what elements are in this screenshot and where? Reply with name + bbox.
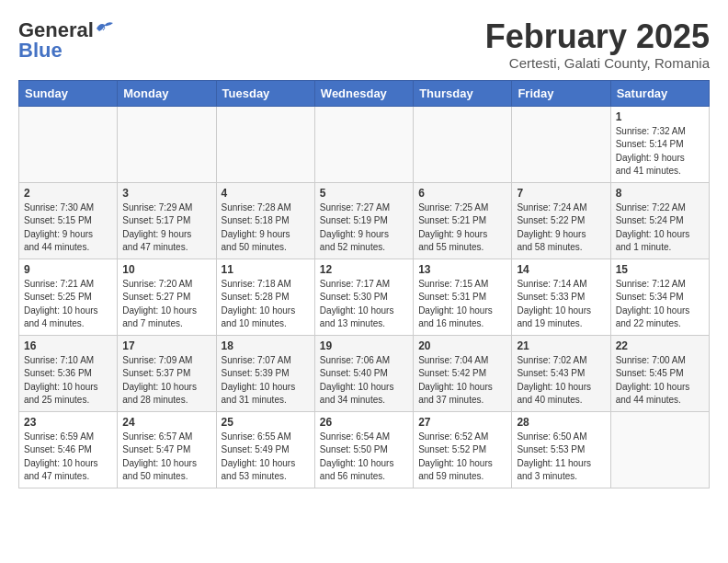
calendar-cell: 4Sunrise: 7:28 AMSunset: 5:18 PMDaylight… — [216, 182, 314, 259]
calendar-cell: 11Sunrise: 7:18 AMSunset: 5:28 PMDayligh… — [216, 259, 314, 335]
calendar-weekday-monday: Monday — [118, 80, 216, 106]
day-number: 16 — [24, 339, 112, 352]
day-number: 23 — [24, 416, 112, 429]
day-info: Sunrise: 6:59 AMSunset: 5:46 PMDaylight:… — [24, 431, 112, 484]
day-number: 24 — [122, 416, 210, 429]
calendar-cell: 17Sunrise: 7:09 AMSunset: 5:37 PMDayligh… — [118, 335, 216, 411]
calendar-week-row: 16Sunrise: 7:10 AMSunset: 5:36 PMDayligh… — [19, 335, 710, 411]
day-info: Sunrise: 6:54 AMSunset: 5:50 PMDaylight:… — [320, 431, 408, 484]
calendar-cell: 27Sunrise: 6:52 AMSunset: 5:52 PMDayligh… — [414, 411, 512, 488]
day-number: 27 — [418, 416, 506, 429]
day-info: Sunrise: 7:27 AMSunset: 5:19 PMDaylight:… — [320, 201, 408, 255]
day-number: 25 — [222, 416, 310, 429]
day-number: 12 — [320, 263, 408, 276]
calendar-cell: 1Sunrise: 7:32 AMSunset: 5:14 PMDaylight… — [610, 106, 709, 182]
day-number: 9 — [24, 263, 112, 276]
day-number: 20 — [418, 339, 506, 352]
day-info: Sunrise: 7:07 AMSunset: 5:39 PMDaylight:… — [222, 354, 310, 408]
calendar-cell: 19Sunrise: 7:06 AMSunset: 5:40 PMDayligh… — [314, 335, 413, 411]
calendar-week-row: 1Sunrise: 7:32 AMSunset: 5:14 PMDaylight… — [19, 106, 710, 182]
calendar-cell: 13Sunrise: 7:15 AMSunset: 5:31 PMDayligh… — [414, 259, 512, 335]
day-number: 21 — [517, 339, 605, 352]
day-info: Sunrise: 7:20 AMSunset: 5:27 PMDaylight:… — [122, 278, 210, 331]
main-title: February 2025 — [485, 18, 710, 55]
day-number: 26 — [320, 416, 408, 429]
calendar-cell: 5Sunrise: 7:27 AMSunset: 5:19 PMDaylight… — [314, 182, 413, 259]
calendar-cell — [414, 106, 512, 182]
day-number: 18 — [222, 339, 310, 352]
calendar-weekday-saturday: Saturday — [610, 80, 709, 106]
day-info: Sunrise: 6:52 AMSunset: 5:52 PMDaylight:… — [418, 431, 506, 484]
day-info: Sunrise: 7:04 AMSunset: 5:42 PMDaylight:… — [418, 354, 506, 408]
calendar-weekday-friday: Friday — [512, 80, 610, 106]
calendar-cell: 15Sunrise: 7:12 AMSunset: 5:34 PMDayligh… — [610, 259, 709, 335]
day-info: Sunrise: 7:29 AMSunset: 5:17 PMDaylight:… — [122, 201, 210, 255]
logo-blue: Blue — [18, 39, 63, 63]
calendar-cell: 7Sunrise: 7:24 AMSunset: 5:22 PMDaylight… — [512, 182, 610, 259]
day-number: 19 — [320, 339, 408, 352]
day-number: 15 — [616, 263, 704, 276]
logo: General Blue — [18, 18, 115, 63]
calendar-cell: 10Sunrise: 7:20 AMSunset: 5:27 PMDayligh… — [118, 259, 216, 335]
day-info: Sunrise: 6:55 AMSunset: 5:49 PMDaylight:… — [222, 431, 310, 484]
calendar-cell: 12Sunrise: 7:17 AMSunset: 5:30 PMDayligh… — [314, 259, 413, 335]
day-info: Sunrise: 7:21 AMSunset: 5:25 PMDaylight:… — [24, 278, 112, 331]
calendar-cell: 6Sunrise: 7:25 AMSunset: 5:21 PMDaylight… — [414, 182, 512, 259]
calendar-cell: 14Sunrise: 7:14 AMSunset: 5:33 PMDayligh… — [512, 259, 610, 335]
calendar-cell: 26Sunrise: 6:54 AMSunset: 5:50 PMDayligh… — [314, 411, 413, 488]
calendar-cell: 25Sunrise: 6:55 AMSunset: 5:49 PMDayligh… — [216, 411, 314, 488]
day-info: Sunrise: 7:14 AMSunset: 5:33 PMDaylight:… — [517, 278, 605, 331]
calendar-cell: 23Sunrise: 6:59 AMSunset: 5:46 PMDayligh… — [19, 411, 118, 488]
day-info: Sunrise: 7:28 AMSunset: 5:18 PMDaylight:… — [222, 201, 310, 255]
day-info: Sunrise: 7:24 AMSunset: 5:22 PMDaylight:… — [517, 201, 605, 255]
day-info: Sunrise: 7:32 AMSunset: 5:14 PMDaylight:… — [616, 125, 704, 178]
title-block: February 2025 Certesti, Galati County, R… — [485, 18, 710, 71]
calendar-weekday-thursday: Thursday — [414, 80, 512, 106]
calendar-week-row: 9Sunrise: 7:21 AMSunset: 5:25 PMDaylight… — [19, 259, 710, 335]
day-info: Sunrise: 7:12 AMSunset: 5:34 PMDaylight:… — [616, 278, 704, 331]
calendar-table: SundayMondayTuesdayWednesdayThursdayFrid… — [18, 80, 710, 488]
calendar-cell: 24Sunrise: 6:57 AMSunset: 5:47 PMDayligh… — [118, 411, 216, 488]
day-number: 22 — [616, 339, 704, 352]
calendar-header-row: SundayMondayTuesdayWednesdayThursdayFrid… — [19, 80, 710, 106]
calendar-cell: 18Sunrise: 7:07 AMSunset: 5:39 PMDayligh… — [216, 335, 314, 411]
calendar-week-row: 23Sunrise: 6:59 AMSunset: 5:46 PMDayligh… — [19, 411, 710, 488]
day-number: 2 — [24, 187, 112, 200]
calendar-weekday-sunday: Sunday — [19, 80, 118, 106]
calendar-weekday-wednesday: Wednesday — [314, 80, 413, 106]
day-info: Sunrise: 7:02 AMSunset: 5:43 PMDaylight:… — [517, 354, 605, 408]
day-number: 6 — [418, 187, 506, 200]
day-number: 13 — [418, 263, 506, 276]
calendar-cell: 9Sunrise: 7:21 AMSunset: 5:25 PMDaylight… — [19, 259, 118, 335]
day-info: Sunrise: 7:10 AMSunset: 5:36 PMDaylight:… — [24, 354, 112, 408]
day-info: Sunrise: 7:00 AMSunset: 5:45 PMDaylight:… — [616, 354, 704, 408]
day-number: 28 — [517, 416, 605, 429]
calendar-cell — [512, 106, 610, 182]
day-number: 4 — [222, 187, 310, 200]
calendar-cell — [610, 411, 709, 488]
calendar-cell: 28Sunrise: 6:50 AMSunset: 5:53 PMDayligh… — [512, 411, 610, 488]
calendar-cell — [19, 106, 118, 182]
calendar-cell — [216, 106, 314, 182]
calendar-cell: 16Sunrise: 7:10 AMSunset: 5:36 PMDayligh… — [19, 335, 118, 411]
day-info: Sunrise: 7:30 AMSunset: 5:15 PMDaylight:… — [24, 201, 112, 255]
day-info: Sunrise: 6:57 AMSunset: 5:47 PMDaylight:… — [122, 431, 210, 484]
day-info: Sunrise: 7:09 AMSunset: 5:37 PMDaylight:… — [122, 354, 210, 408]
calendar-cell — [118, 106, 216, 182]
day-info: Sunrise: 6:50 AMSunset: 5:53 PMDaylight:… — [517, 431, 605, 484]
day-info: Sunrise: 7:15 AMSunset: 5:31 PMDaylight:… — [418, 278, 506, 331]
day-number: 17 — [122, 339, 210, 352]
day-number: 5 — [320, 187, 408, 200]
day-info: Sunrise: 7:25 AMSunset: 5:21 PMDaylight:… — [418, 201, 506, 255]
day-number: 1 — [616, 110, 704, 123]
calendar-week-row: 2Sunrise: 7:30 AMSunset: 5:15 PMDaylight… — [19, 182, 710, 259]
day-number: 10 — [122, 263, 210, 276]
calendar-cell: 3Sunrise: 7:29 AMSunset: 5:17 PMDaylight… — [118, 182, 216, 259]
day-number: 14 — [517, 263, 605, 276]
subtitle: Certesti, Galati County, Romania — [485, 55, 710, 71]
calendar-cell: 20Sunrise: 7:04 AMSunset: 5:42 PMDayligh… — [414, 335, 512, 411]
calendar-weekday-tuesday: Tuesday — [216, 80, 314, 106]
day-info: Sunrise: 7:18 AMSunset: 5:28 PMDaylight:… — [222, 278, 310, 331]
day-number: 8 — [616, 187, 704, 200]
calendar-cell: 8Sunrise: 7:22 AMSunset: 5:24 PMDaylight… — [610, 182, 709, 259]
